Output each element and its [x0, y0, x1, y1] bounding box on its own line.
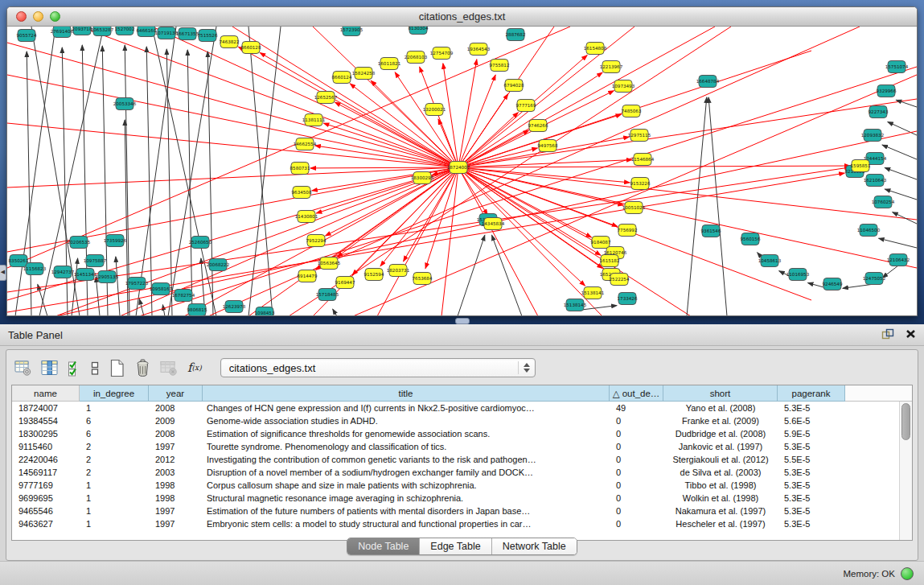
network-window-titlebar[interactable]: citations_edges.txt [7, 7, 917, 27]
network-node[interactable]: 9227343 [869, 106, 889, 118]
table-row[interactable]: 2242004622012Investigating the contribut… [12, 453, 912, 466]
control-panel-collapse-arrow-icon[interactable]: ◀ [0, 265, 6, 281]
network-node[interactable]: 20068222 [207, 259, 229, 271]
network-node[interactable]: 7756992 [618, 225, 638, 237]
table-row[interactable]: 1872400712008Changes of HCN gene express… [12, 402, 912, 414]
network-node[interactable]: 16648784 [696, 76, 720, 88]
network-node[interactable]: 11046500 [857, 225, 881, 237]
network-node[interactable]: 17957223 [125, 278, 149, 290]
table-row[interactable]: 946554611997Estimation of the future num… [12, 505, 912, 517]
network-view[interactable]: 9055724276914062093718106532871527002646… [7, 27, 917, 315]
network-node[interactable]: 16011821 [378, 58, 401, 70]
network-node[interactable]: 7653684 [413, 273, 433, 285]
scrollbar-thumb[interactable] [901, 403, 910, 440]
network-node[interactable]: 9184087 [591, 237, 611, 249]
network-node[interactable]: 10458613 [758, 255, 782, 267]
network-node[interactable]: 10973493 [612, 80, 635, 93]
column-header-title[interactable]: title [203, 385, 610, 402]
tab-network-table[interactable]: Network Table [492, 538, 577, 554]
network-node[interactable]: 19364543 [467, 43, 491, 56]
network-node[interactable]: 16210643 [864, 175, 887, 187]
table-row[interactable]: 911546021997Tourette syndrome. Phenomeno… [12, 440, 912, 453]
network-node[interactable]: 22068103 [405, 51, 428, 64]
zoom-button[interactable] [50, 11, 60, 22]
network-node[interactable]: 9560156 [741, 233, 761, 245]
network-node[interactable]: 10563645 [318, 257, 341, 270]
network-node[interactable]: 9153226 [630, 178, 651, 190]
network-node[interactable]: 1527002 [115, 27, 135, 35]
network-node[interactable]: 8580731 [290, 163, 310, 175]
table-vertical-scrollbar[interactable] [899, 402, 912, 540]
network-node[interactable]: 11156823 [23, 263, 47, 275]
network-node[interactable]: 12905135 [96, 271, 119, 283]
network-node[interactable]: 12652567 [314, 92, 338, 104]
network-node[interactable]: 9806815 [187, 304, 207, 316]
network-node[interactable]: 2887682 [506, 29, 526, 41]
network-node[interactable]: 12093832 [861, 130, 884, 142]
network-node[interactable]: 9246549 [823, 278, 843, 290]
network-node[interactable]: 25260650 [189, 237, 212, 249]
table-row[interactable]: 969969511998Structural magnetic resonanc… [12, 492, 912, 505]
network-node[interactable]: 18203731 [387, 265, 410, 277]
network-node[interactable]: 16154808 [584, 43, 607, 55]
network-node[interactable]: 14345834 [482, 218, 505, 230]
network-node[interactable]: 9746266 [528, 120, 548, 132]
table-selector[interactable]: citations_edges.txt [220, 358, 536, 377]
tab-edge-table[interactable]: Edge Table [420, 538, 491, 554]
memory-status-icon[interactable] [901, 567, 914, 580]
network-node[interactable]: 20206535 [68, 237, 91, 249]
network-node[interactable]: 8130304 [409, 27, 429, 35]
network-node[interactable]: 1098453 [255, 307, 275, 316]
network-node[interactable]: 16782754 [172, 290, 195, 302]
column-header-name[interactable]: name [12, 385, 80, 402]
network-node[interactable]: 15751074 [885, 61, 909, 73]
network-node[interactable]: 2522254 [610, 274, 630, 286]
network-node[interactable]: 10975887 [84, 255, 107, 267]
network-node[interactable]: 14662554 [294, 138, 317, 150]
column-header-pagerank[interactable]: pagerank [778, 385, 845, 402]
rows-icon[interactable] [90, 358, 100, 377]
network-node[interactable]: 7952294 [306, 235, 326, 247]
float-panel-icon[interactable] [881, 328, 894, 342]
network-node[interactable]: 11451341 [74, 269, 97, 281]
network-node[interactable]: 9777169 [516, 100, 536, 112]
network-node[interactable]: 9361546 [701, 225, 721, 237]
network-node[interactable]: 1615182 [600, 255, 620, 267]
network-node[interactable]: 20053346 [113, 98, 137, 110]
panel-splitter-handle[interactable] [455, 318, 470, 324]
network-node[interactable]: 11016953 [786, 269, 810, 281]
select-columns-icon[interactable] [41, 358, 59, 377]
column-header-in_degree[interactable]: in_degree [80, 385, 149, 402]
network-node[interactable]: 7515526 [198, 30, 218, 42]
network-node[interactable]: 8660124 [332, 72, 352, 84]
network-node[interactable]: 10051025 [622, 202, 646, 214]
table-row[interactable]: 1456911722003Disruption of a novel membe… [12, 466, 912, 479]
network-node[interactable]: 17359926 [104, 235, 127, 247]
minimize-button[interactable] [33, 11, 43, 22]
table-row[interactable]: 946362711997Embryonic stem cells: a mode… [12, 517, 912, 530]
network-node[interactable]: 9329966 [877, 85, 897, 97]
network-node[interactable]: 27691406 [51, 27, 74, 38]
network-node[interactable]: 12213967 [600, 61, 623, 73]
network-node[interactable]: 10653287 [91, 27, 114, 36]
network-node[interactable]: 15723905 [340, 27, 363, 36]
network-node[interactable]: 11430801 [295, 211, 318, 223]
network-node[interactable]: 12942737 [51, 266, 75, 278]
network-node[interactable]: 6914479 [298, 270, 318, 282]
network-node[interactable]: 18300295 [411, 172, 434, 184]
tab-node-table[interactable]: Node Table [347, 538, 420, 554]
network-node[interactable]: 10958167 [150, 283, 173, 295]
network-node[interactable]: 16671355 [176, 28, 199, 40]
table-row[interactable]: 1830029562008Estimation of significance … [12, 427, 912, 440]
network-node[interactable]: 1595851 [851, 160, 871, 172]
network-node[interactable]: 11546864 [631, 154, 655, 166]
network-node[interactable]: 7463822 [220, 36, 240, 48]
network-node[interactable]: 12623978 [223, 301, 246, 313]
network-node[interactable]: 12475052 [863, 273, 885, 285]
table-row[interactable]: 1938455462009Genome-wide association stu… [12, 414, 912, 427]
network-node[interactable]: 6794028 [504, 80, 524, 92]
network-node[interactable]: 15824258 [352, 68, 376, 80]
network-node[interactable]: 13200021 [423, 104, 446, 116]
network-node[interactable]: 9169447 [335, 277, 355, 289]
select-all-icon[interactable] [68, 358, 81, 377]
